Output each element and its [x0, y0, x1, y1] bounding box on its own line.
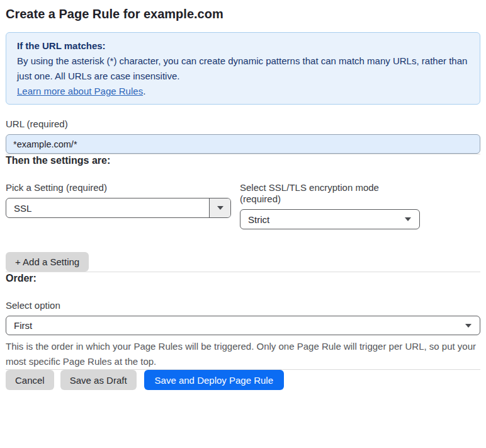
url-input[interactable]: [6, 134, 480, 154]
ssl-mode-column: Select SSL/TLS encryption mode (required…: [240, 182, 420, 229]
info-box-link-row: Learn more about Page Rules.: [17, 84, 469, 99]
info-box-body: By using the asterisk (*) character, you…: [17, 54, 469, 84]
page-title: Create a Page Rule for example.com: [6, 6, 480, 21]
order-help-text: This is the order in which your Page Rul…: [6, 339, 480, 369]
pick-setting-value: SSL: [6, 203, 31, 214]
chevron-down-icon: [465, 324, 472, 328]
save-draft-button[interactable]: Save as Draft: [60, 370, 137, 390]
settings-row: Pick a Setting (required) SSL Select SSL…: [6, 182, 480, 229]
chevron-down-icon: [209, 198, 230, 217]
order-select-value: First: [6, 320, 32, 331]
chevron-down-icon: [405, 217, 411, 221]
add-setting-button[interactable]: + Add a Setting: [6, 252, 89, 272]
learn-more-link[interactable]: Learn more about Page Rules: [17, 86, 143, 96]
pick-setting-select[interactable]: SSL: [6, 198, 231, 218]
settings-section-heading: Then the settings are:: [6, 154, 480, 167]
footer-actions: Cancel Save as Draft Save and Deploy Pag…: [6, 370, 480, 390]
info-box-heading: If the URL matches:: [17, 38, 469, 54]
order-select[interactable]: First: [6, 316, 480, 335]
cancel-button[interactable]: Cancel: [6, 370, 54, 390]
order-section-heading: Order:: [6, 272, 480, 285]
create-page-rule-form: Create a Page Rule for example.com If th…: [0, 0, 486, 448]
save-deploy-button[interactable]: Save and Deploy Page Rule: [144, 370, 284, 390]
link-period: .: [143, 86, 145, 96]
ssl-mode-value: Strict: [240, 214, 269, 225]
pick-setting-column: Pick a Setting (required) SSL: [6, 182, 231, 229]
ssl-mode-label: Select SSL/TLS encryption mode (required…: [240, 182, 420, 205]
pick-setting-label: Pick a Setting (required): [6, 182, 231, 193]
url-field-label: URL (required): [6, 118, 480, 130]
url-match-info-box: If the URL matches: By using the asteris…: [6, 32, 480, 105]
ssl-mode-select[interactable]: Strict: [240, 209, 420, 229]
order-select-label: Select option: [6, 300, 480, 311]
